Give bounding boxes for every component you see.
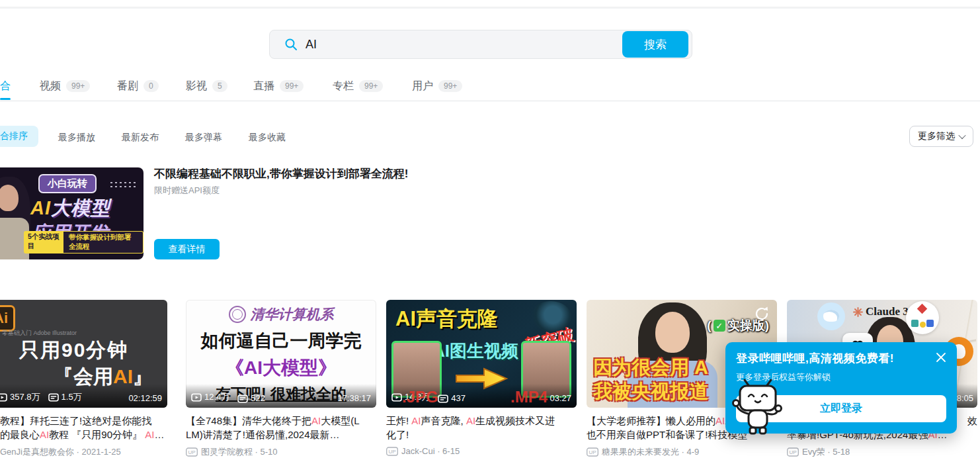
thumb-text: 如何逼自己一周学完 <box>186 329 376 353</box>
danmaku-icon <box>237 394 248 403</box>
thumb-text: 只用90分钟 <box>19 337 128 364</box>
promo-thumb-line1: AI大模型 <box>30 195 110 222</box>
tab-bangumi-count: 0 <box>143 80 159 92</box>
up-badge-icon: UP <box>186 447 198 457</box>
close-icon[interactable] <box>934 350 948 365</box>
promo-detail-button[interactable]: 查看详情 <box>154 239 220 259</box>
video-duration: 02:12:59 <box>128 393 162 403</box>
tab-video[interactable]: 视频 99+ <box>40 73 90 99</box>
up-badge-icon: UP <box>787 447 799 457</box>
tab-article-count: 99+ <box>359 80 383 92</box>
tab-user[interactable]: 用户 99+ <box>412 73 462 99</box>
video-thumbnail[interactable]: Ai 零基础入门 Adobe Illustrator 只用90分钟 『会用AI』… <box>0 300 167 408</box>
video-card: AI声音克隆 新突破 AI图生视频 .JPG .MP4 14.3万 437 03… <box>386 300 577 456</box>
chevron-down-icon <box>958 132 965 139</box>
promo-dots-decoration <box>109 181 137 189</box>
flowchart-icon <box>906 301 939 334</box>
video-uploader[interactable]: UP 糖果果的未来要发光 · 4-9 <box>587 446 777 458</box>
thumb-text: .MP4 <box>510 388 548 406</box>
video-duration: 17:38:17 <box>337 393 371 403</box>
video-uploader[interactable]: UP Jack-Cui · 6-15 <box>386 446 577 456</box>
video-title[interactable]: 教程】拜托三连了!这绝对是你能找 的最良心AI教程 『只用90分钟』 AI… <box>0 414 167 441</box>
thumb-text: AI图生视频 <box>432 340 518 363</box>
adobe-illustrator-icon: Ai <box>0 305 15 332</box>
sort-comprehensive[interactable]: 综合排序 <box>0 126 38 147</box>
search-query-text: AI <box>306 38 317 52</box>
claude-star-icon <box>853 307 863 317</box>
thumb-stats: 12.4万 522 17:38:17 <box>186 384 376 408</box>
svg-text:UP: UP <box>589 449 596 455</box>
danmaku-icon <box>48 392 59 402</box>
thumb-text: .JPG <box>402 388 438 406</box>
person-art <box>655 312 690 353</box>
sort-most-danmaku[interactable]: 最多弹幕 <box>185 132 222 144</box>
tab-movie-count: 5 <box>212 80 227 92</box>
video-duration: 03:27 <box>550 393 571 403</box>
bilibili-mascot <box>728 377 794 437</box>
play-count-icon <box>391 392 402 402</box>
video-duration: 8:05 <box>957 393 973 403</box>
tab-user-count: 99+ <box>438 80 462 92</box>
sort-newest[interactable]: 最新发布 <box>122 132 159 144</box>
svg-text:UP: UP <box>188 449 195 455</box>
promo-title[interactable]: 不限编程基础不限职业,带你掌握设计到部署全流程! <box>154 166 408 181</box>
svg-text:UP: UP <box>789 449 796 455</box>
promo-thumb-tag: 小白玩转 <box>38 174 97 193</box>
replay-icon <box>753 305 770 322</box>
thumb-text: AI声音克隆 <box>395 305 498 333</box>
search-icon <box>284 38 298 51</box>
video-uploader[interactable]: UP Evy荣 · 5-18 <box>787 446 977 458</box>
search-button[interactable]: 搜索 <box>622 31 688 58</box>
tab-movie[interactable]: 影视 5 <box>186 73 227 99</box>
login-popup: 登录哔哩哔哩,高清视频免费看! 更多登录后权益等你解锁 立即登录 <box>725 342 957 434</box>
video-uploader[interactable]: GenJi是真想教会你 · 2021-1-25 <box>0 446 167 458</box>
up-badge-icon: UP <box>587 447 598 457</box>
header-divider <box>0 7 980 9</box>
sort-most-favorited[interactable]: 最多收藏 <box>249 132 286 144</box>
up-badge-icon: UP <box>386 447 398 456</box>
tsinghua-emblem-icon <box>229 306 246 323</box>
sort-most-played[interactable]: 最多播放 <box>58 132 95 144</box>
video-uploader[interactable]: UP 图灵学院教程 · 5-10 <box>186 446 376 458</box>
tab-video-count: 99+ <box>66 80 90 92</box>
promo-thumbnail[interactable]: 小白玩转 AI大模型 应用开发 5个实战项目 带你掌握设计到部署全流程 <box>0 167 143 259</box>
play-count-icon <box>191 392 202 402</box>
tab-live[interactable]: 直播 99+ <box>253 73 304 99</box>
video-card: Ai 零基础入门 Adobe Illustrator 只用90分钟 『会用AI』… <box>0 300 167 458</box>
video-title[interactable]: 【全748集】清华大佬终于把AI大模型(L LM)讲清楚了!通俗易懂,2024最… <box>186 414 376 441</box>
svg-text:UP: UP <box>388 449 395 455</box>
check-icon: ✓ <box>714 320 725 332</box>
bilibili-search-page: AI 搜索 综合 视频 99+ 番剧 0 影视 5 直播 99+ 专栏 99+ … <box>0 0 980 460</box>
tab-bangumi[interactable]: 番剧 0 <box>117 73 159 99</box>
video-card: 清华计算机系 如何逼自己一周学完 《AI大模型》 存下吧! 很难找全的 12.4… <box>186 300 376 458</box>
video-title[interactable]: 王炸! AI声音克隆, AI生成视频技术又进 化了! <box>386 414 577 441</box>
claude-logo: Claude 3 <box>853 305 909 318</box>
danmaku-icon <box>438 394 448 403</box>
thumb-text: 《AI大模型》 <box>186 355 376 381</box>
thumb-text: 我被央视报道 <box>593 379 708 405</box>
login-popup-title: 登录哔哩哔哩,高清视频免费看! <box>736 351 894 366</box>
tab-article[interactable]: 专栏 99+ <box>333 73 383 99</box>
promo-thumb-footer: 5个实战项目 带你掌握设计到部署全流程 <box>24 231 143 253</box>
active-tab-underline <box>0 98 11 100</box>
video-thumbnail[interactable]: AI声音克隆 新突破 AI图生视频 .JPG .MP4 14.3万 437 03… <box>386 300 577 408</box>
tab-live-count: 99+ <box>280 80 304 92</box>
video-thumbnail[interactable]: 清华计算机系 如何逼自己一周学完 《AI大模型》 存下吧! 很难找全的 12.4… <box>186 300 376 408</box>
tabs-divider <box>0 101 980 101</box>
thumb-text: 因为很会用 A <box>593 355 708 381</box>
thumb-stats: 357.8万 1.5万 02:12:59 <box>0 384 167 408</box>
thumb-header: 清华计算机系 <box>186 305 376 324</box>
tab-all[interactable]: 综合 <box>0 73 11 99</box>
more-filters-button[interactable]: 更多筛选 <box>909 126 973 147</box>
promo-subtitle: 限时赠送API额度 <box>154 185 220 197</box>
play-count-icon <box>0 392 7 402</box>
ai-brain-icon <box>817 302 845 330</box>
